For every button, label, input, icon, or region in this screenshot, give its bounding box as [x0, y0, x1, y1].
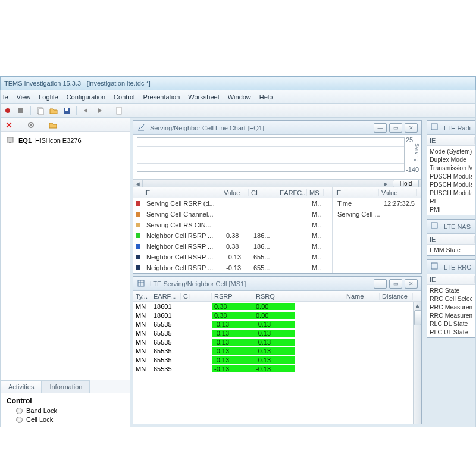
col-ie[interactable]: IE: [142, 189, 221, 196]
minimize-button[interactable]: —: [374, 123, 387, 133]
col-value[interactable]: Value: [221, 189, 249, 196]
table-row[interactable]: MN65535-0.13-0.13: [133, 320, 421, 328]
list-item[interactable]: Duplex Mode: [430, 155, 472, 164]
panel-title: LTE Serving/Neighbor Cell [MS1]: [150, 280, 370, 287]
series-color-icon: [136, 255, 140, 259]
menu-presentation[interactable]: Presentation: [143, 93, 180, 101]
menu-worksheet[interactable]: Worksheet: [188, 93, 219, 101]
gear-icon[interactable]: [26, 120, 36, 130]
ie-row[interactable]: Time12:27:32.5: [333, 198, 421, 209]
col-ie[interactable]: IE: [427, 236, 475, 243]
menu-window[interactable]: Window: [228, 93, 251, 101]
cell-lock-row[interactable]: Cell Lock: [16, 416, 124, 423]
col-ie[interactable]: IE: [427, 137, 475, 144]
table-row[interactable]: MN186010.380.00: [133, 311, 421, 320]
svg-rect-14: [431, 263, 437, 269]
doc-icon[interactable]: [114, 106, 124, 115]
prev-icon[interactable]: [82, 106, 91, 115]
tab-activities[interactable]: Activities: [1, 380, 42, 393]
hold-button[interactable]: Hold: [393, 180, 419, 187]
menu-help[interactable]: Help: [259, 93, 273, 101]
table-row[interactable]: MN65535-0.13-0.13: [133, 355, 421, 364]
series-color-icon: [136, 212, 140, 217]
list-item[interactable]: Transmission Mo: [430, 164, 472, 172]
equipment-row[interactable]: EQ1 HiSilicon E3276: [1, 132, 130, 149]
scroll-right-icon[interactable]: ►: [381, 180, 390, 187]
table-icon: [431, 123, 440, 133]
maximize-button[interactable]: ▭: [389, 123, 402, 133]
list-item[interactable]: RLC UL State: [430, 328, 472, 336]
menu-configuration[interactable]: Configuration: [67, 93, 105, 101]
table-row[interactable]: MN65535-0.13-0.13: [133, 346, 421, 355]
right-column: LTE Radio P IE Mode (System)Duplex ModeT…: [424, 118, 475, 427]
tab-information[interactable]: Information: [42, 380, 90, 393]
col-earfc[interactable]: EARFC...: [277, 189, 307, 196]
close-button[interactable]: ✕: [405, 123, 418, 133]
scroll-left-icon[interactable]: ◄: [133, 180, 143, 187]
table-row[interactable]: MN65535-0.13-0.13: [133, 328, 421, 337]
col-earf[interactable]: EARF...: [151, 293, 181, 300]
table-row[interactable]: MN65535-0.13-0.13: [133, 337, 421, 346]
ie-row[interactable]: Neighbor Cell RSRP ...0.38186...M..: [133, 241, 332, 252]
col-name[interactable]: Name: [344, 293, 380, 300]
ie-row[interactable]: Neighbor Cell RSRP ...-0.13655...M..: [133, 262, 332, 273]
list-item[interactable]: PUSCH Modulati: [430, 189, 472, 197]
list-item[interactable]: EMM State: [430, 246, 472, 254]
menu-view[interactable]: View: [17, 93, 31, 101]
close-button[interactable]: ✕: [405, 279, 418, 289]
chart-hscroll[interactable]: ◄ ► Hold: [133, 179, 421, 187]
record-icon[interactable]: [3, 106, 12, 115]
band-lock-row[interactable]: Band Lock: [16, 407, 124, 414]
next-icon[interactable]: [95, 106, 104, 115]
menu-logfile[interactable]: Logfile: [39, 93, 58, 101]
col-ms[interactable]: MS: [307, 189, 324, 196]
ie-row[interactable]: Serving Cell Channel...M..: [133, 209, 332, 220]
list-item[interactable]: RI: [430, 197, 472, 205]
panel-neighbor-cell: LTE Serving/Neighbor Cell [MS1] — ▭ ✕ Ty…: [133, 276, 422, 424]
table-row[interactable]: MN65535-0.13-0.13: [133, 364, 421, 373]
ie-row[interactable]: Serving Cell RSRP (d...M..: [133, 198, 332, 209]
delete-icon[interactable]: [4, 120, 14, 130]
col-rsrp[interactable]: RSRP: [212, 293, 253, 300]
minimize-button[interactable]: —: [374, 279, 387, 289]
maximize-button[interactable]: ▭: [389, 279, 402, 289]
menubar: le View Logfile Configuration Control Pr…: [0, 90, 476, 104]
panel-title: LTE NAS Sta: [444, 223, 471, 230]
svg-rect-10: [9, 142, 11, 143]
folder-open-icon[interactable]: [48, 120, 58, 130]
list-item[interactable]: RRC Measureme: [430, 311, 472, 320]
svg-rect-11: [138, 280, 144, 286]
col-ci[interactable]: CI: [181, 293, 212, 300]
copy-icon[interactable]: [36, 106, 45, 115]
panel-radio-params: LTE Radio P IE Mode (System)Duplex ModeT…: [427, 120, 475, 215]
series-color-icon: [136, 233, 140, 238]
col-ci[interactable]: CI: [249, 189, 277, 196]
list-item[interactable]: PDSCH Modulati: [430, 172, 472, 180]
menu-file[interactable]: le: [3, 93, 8, 101]
list-item[interactable]: RLC DL State: [430, 320, 472, 328]
list-item[interactable]: PDSCH Modulati: [430, 180, 472, 189]
list-item[interactable]: Mode (System): [430, 147, 472, 155]
list-item[interactable]: RRC Measureme: [430, 303, 472, 311]
table-row[interactable]: MN186010.380.00: [133, 302, 421, 311]
chart-plot: [137, 137, 405, 172]
col-distance[interactable]: Distance: [380, 293, 413, 300]
panel-title: Serving/Neighbor Cell Line Chart [EQ1]: [150, 124, 370, 131]
ie-row[interactable]: Serving Cell ...: [333, 209, 421, 220]
list-item[interactable]: PMI: [430, 205, 472, 214]
ie-row[interactable]: Serving Cell RS CIN...M..: [133, 220, 332, 230]
col-rsrq[interactable]: RSRQ: [253, 293, 295, 300]
col-value2[interactable]: Value: [379, 189, 417, 196]
ie-row[interactable]: Neighbor Cell RSRP ...-0.13655...M..: [133, 252, 332, 262]
col-ie2[interactable]: IE: [333, 189, 379, 196]
col-ie[interactable]: IE: [427, 276, 475, 283]
folder-icon[interactable]: [49, 106, 58, 115]
list-item[interactable]: RRC Cell Selecti: [430, 295, 472, 303]
stop-icon[interactable]: [16, 106, 26, 115]
menu-control[interactable]: Control: [114, 93, 134, 101]
col-ty[interactable]: Ty...: [133, 293, 151, 300]
ie-row[interactable]: Neighbor Cell RSRP ...0.38186...M..: [133, 230, 332, 241]
list-item[interactable]: RRC State: [430, 286, 472, 295]
save-icon[interactable]: [62, 106, 71, 115]
vscroll[interactable]: ▴: [413, 302, 421, 424]
